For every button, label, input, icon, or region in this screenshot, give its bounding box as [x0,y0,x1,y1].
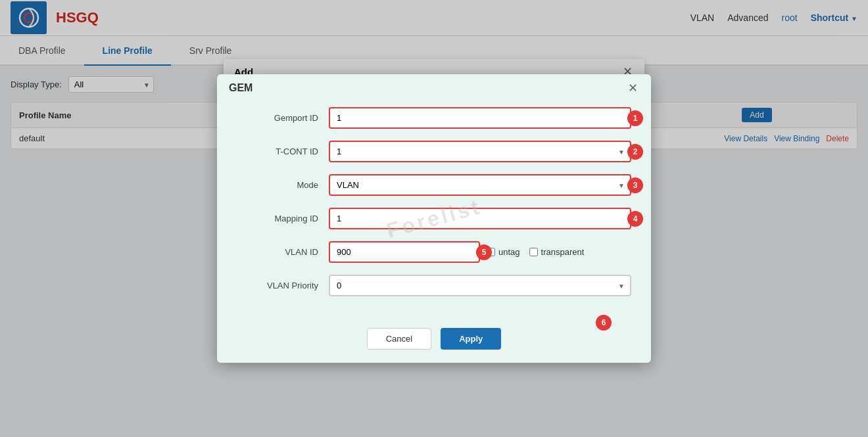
vlan-id-input[interactable] [329,241,480,263]
step-6-badge: 6 [596,315,612,331]
step-4-badge: 4 [627,211,643,227]
mapping-id-input[interactable] [329,208,631,229]
vlan-priority-label: VLAN Priority [237,281,329,290]
step-3-badge: 3 [627,177,643,193]
vlan-id-field: 5 [329,241,480,263]
tcont-id-field: 1 2 3 2 [329,141,631,162]
gem-modal-title: GEM [229,82,253,94]
transparent-checkbox[interactable] [529,248,538,256]
tcont-id-select[interactable]: 1 2 3 [329,141,631,162]
page-wrapper: HSGQ VLAN Advanced root Shortcut ▼ DBA P… [0,0,868,437]
gem-modal-overlay: Forelist GEM ✕ Gemport ID 1 [0,0,868,437]
gemport-id-input[interactable] [329,107,631,129]
mode-select-wrapper: VLAN TLS IP [329,174,631,196]
step-1-badge: 1 [627,110,643,126]
tcont-id-row: T-CONT ID 1 2 3 2 [237,141,631,162]
gem-modal-footer: 6 Cancel Apply [217,321,651,363]
transparent-label: transparent [541,247,585,257]
mode-select[interactable]: VLAN TLS IP [329,174,631,196]
gem-modal-close-button[interactable]: ✕ [627,82,639,94]
gem-modal-body: Gemport ID 1 T-CONT ID 1 [217,101,651,321]
mode-label: Mode [237,180,329,190]
step-2-badge: 2 [627,144,643,160]
vlan-priority-row: VLAN Priority 0 1 2 3 4 5 6 7 [237,275,631,296]
gem-modal: Forelist GEM ✕ Gemport ID 1 [217,74,651,363]
vlan-priority-select-wrapper: 0 1 2 3 4 5 6 7 [329,275,631,296]
tcont-id-select-wrapper: 1 2 3 [329,141,631,162]
vlan-priority-field: 0 1 2 3 4 5 6 7 [329,275,631,296]
transparent-checkbox-label: transparent [529,247,585,257]
vlan-id-field-group: 5 untag transparent [329,241,631,263]
gemport-id-field: 1 [329,107,631,129]
vlan-priority-select[interactable]: 0 1 2 3 4 5 6 7 [329,275,631,296]
step-5-badge: 5 [476,244,492,260]
apply-button[interactable]: Apply [441,328,501,350]
vlan-id-row: VLAN ID 5 untag [237,241,631,263]
mapping-id-field: 4 [329,208,631,229]
mode-field: VLAN TLS IP 3 [329,174,631,196]
mapping-id-label: Mapping ID [237,214,329,223]
cancel-button[interactable]: Cancel [367,328,431,350]
vlan-id-label: VLAN ID [237,247,329,257]
mapping-id-row: Mapping ID 4 [237,208,631,229]
vlan-id-extras: untag transparent [487,247,584,257]
gemport-id-label: Gemport ID [237,113,329,123]
gemport-id-row: Gemport ID 1 [237,107,631,129]
tcont-id-label: T-CONT ID [237,147,329,156]
mode-row: Mode VLAN TLS IP 3 [237,174,631,196]
gem-modal-header: GEM ✕ [217,74,651,101]
untag-label: untag [498,247,520,257]
